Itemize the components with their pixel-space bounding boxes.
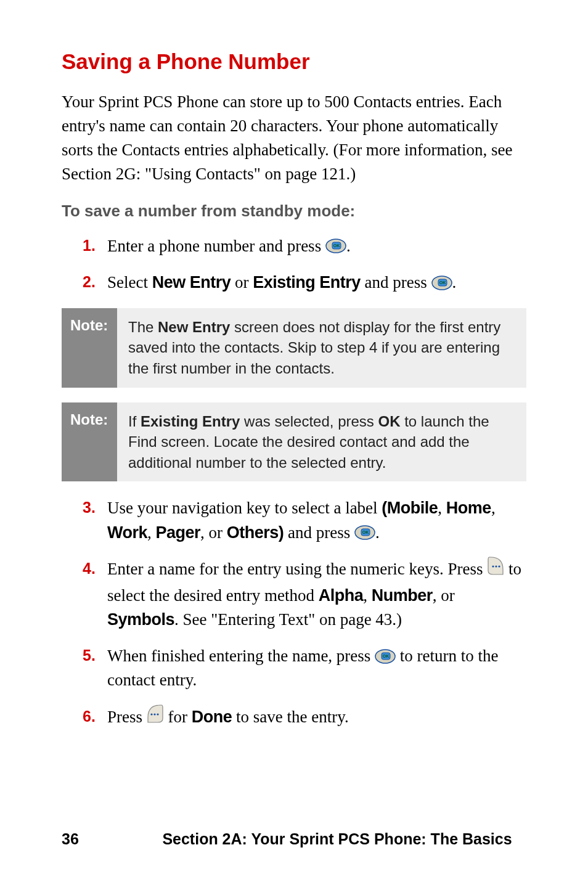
ui-label: New Entry — [158, 319, 230, 335]
ui-label: Pager — [156, 523, 201, 542]
note-box-2: Note: If Existing Entry was selected, pr… — [62, 402, 526, 482]
step-text: and press — [284, 523, 354, 542]
svg-point-9 — [492, 565, 494, 567]
svg-point-11 — [499, 565, 500, 567]
ok-button-icon: OK — [354, 525, 375, 540]
sep: , — [491, 499, 496, 517]
ui-label: Done — [192, 708, 232, 726]
step-4: 4. Enter a name for the entry using the … — [83, 557, 526, 632]
svg-text:OK: OK — [439, 280, 446, 285]
ui-label: Others) — [227, 523, 284, 542]
ui-label: Symbols — [107, 610, 174, 629]
note-label: Note: — [62, 402, 117, 482]
ui-label: Work — [107, 523, 147, 542]
sep: , or — [433, 586, 455, 605]
step-text: Use your navigation key to select a labe… — [107, 499, 382, 517]
step-text-end: . — [346, 237, 351, 255]
step-number: 5. — [83, 644, 96, 666]
note-text: If — [128, 413, 141, 430]
step-number: 1. — [83, 234, 96, 256]
step-number: 4. — [83, 557, 96, 579]
step-text: Enter a name for the entry using the num… — [107, 560, 487, 578]
step-number: 3. — [83, 496, 96, 518]
svg-text:OK: OK — [362, 530, 369, 534]
ui-label: (Mobile — [382, 499, 438, 517]
step-5: 5. When finished entering the name, pres… — [83, 644, 526, 692]
note-text: The — [128, 319, 158, 335]
svg-point-15 — [150, 713, 152, 715]
ui-label: Existing Entry — [253, 273, 361, 292]
svg-text:OK: OK — [333, 243, 340, 248]
note-label: Note: — [62, 308, 117, 388]
step-text: Select — [107, 273, 152, 292]
note-content: If Existing Entry was selected, press OK… — [117, 402, 526, 482]
svg-point-17 — [157, 713, 158, 715]
ok-button-icon: OK — [375, 649, 396, 664]
ui-label: Existing Entry — [141, 413, 240, 430]
right-softkey-icon — [147, 704, 164, 730]
sep: , — [147, 523, 156, 542]
step-text-end: . — [375, 523, 380, 542]
ui-label: Number — [372, 586, 433, 605]
step-3: 3. Use your navigation key to select a l… — [83, 496, 526, 544]
svg-point-16 — [153, 713, 155, 715]
step-text-end: to save the entry. — [232, 708, 348, 726]
step-text: and press — [361, 273, 431, 292]
page-number: 36 — [62, 830, 148, 848]
svg-text:OK: OK — [383, 654, 390, 658]
step-number: 6. — [83, 705, 96, 727]
step-text: When finished entering the name, press — [107, 647, 375, 665]
sep: , or — [200, 523, 227, 542]
svg-point-10 — [496, 565, 497, 567]
step-text-end: . — [452, 273, 457, 292]
intro-paragraph: Your Sprint PCS Phone can store up to 50… — [62, 90, 526, 187]
note-box-1: Note: The New Entry screen does not disp… — [62, 308, 526, 388]
ui-label: Home — [446, 499, 491, 517]
ok-button-icon: OK — [325, 239, 346, 253]
ui-label: OK — [378, 413, 401, 430]
step-number: 2. — [83, 271, 96, 293]
step-text: Press — [107, 708, 147, 726]
note-content: The New Entry screen does not display fo… — [117, 308, 526, 388]
steps-list-2: 3. Use your navigation key to select a l… — [62, 496, 526, 732]
step-1: 1. Enter a phone number and press OK. — [83, 234, 526, 258]
page-footer: 36 Section 2A: Your Sprint PCS Phone: Th… — [62, 830, 526, 848]
left-softkey-icon — [487, 556, 504, 582]
step-text: Enter a phone number and press — [107, 237, 325, 255]
step-2: 2. Select New Entry or Existing Entry an… — [83, 271, 526, 295]
ui-label: Alpha — [319, 586, 364, 605]
step-6: 6. Press for Done to save the entry. — [83, 705, 526, 732]
section-heading: Saving a Phone Number — [62, 49, 526, 74]
step-text: . See "Entering Text" on page 43.) — [174, 610, 402, 629]
procedure-title: To save a number from standby mode: — [62, 202, 526, 221]
section-title: Section 2A: Your Sprint PCS Phone: The B… — [148, 830, 526, 848]
ui-label: New Entry — [152, 273, 231, 292]
step-text: for — [164, 708, 192, 726]
step-text: or — [231, 273, 253, 292]
note-text: was selected, press — [240, 413, 378, 430]
sep: , — [363, 586, 372, 605]
steps-list-1: 1. Enter a phone number and press OK. 2.… — [62, 234, 526, 295]
sep: , — [438, 499, 446, 517]
ok-button-icon: OK — [431, 276, 452, 290]
